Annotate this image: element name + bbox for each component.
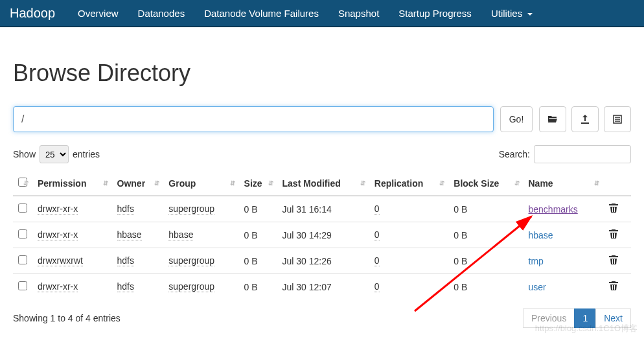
group-cell: supergroup <box>168 203 214 215</box>
nav-label: Overview <box>78 8 119 19</box>
go-button[interactable]: Go! <box>500 106 533 132</box>
blocksize-cell: 0 B <box>448 196 523 222</box>
col-actions <box>603 171 631 196</box>
sort-icon: ⇵ <box>23 181 29 185</box>
search-input[interactable] <box>534 145 631 163</box>
table-info: Showing 1 to 4 of 4 entries <box>13 313 121 323</box>
delete-button[interactable] <box>608 205 619 215</box>
row-checkbox[interactable] <box>18 229 27 238</box>
entries-label: entries <box>73 149 100 159</box>
table-row: drwxrwxrwt hdfs supergroup 0 B Jul 30 12… <box>13 248 631 274</box>
upload-icon <box>580 114 590 124</box>
page-title: Browse Directory <box>13 60 631 87</box>
replication-cell: 0 <box>374 203 380 215</box>
col-name[interactable]: Name⇵ <box>523 171 604 196</box>
search-label: Search: <box>499 149 530 159</box>
owner-cell: hdfs <box>117 203 134 215</box>
col-group[interactable]: Group⇵ <box>163 171 238 196</box>
sort-icon: ⇵ <box>154 181 159 185</box>
col-owner[interactable]: Owner⇵ <box>112 171 164 196</box>
col-permission[interactable]: Permission⇵ <box>32 171 112 196</box>
group-cell: supergroup <box>168 255 214 266</box>
navbar: Hadoop Overview Datanodes Datanode Volum… <box>0 0 644 27</box>
delete-button[interactable] <box>608 257 619 267</box>
search-box: Search: <box>499 145 631 163</box>
col-replication[interactable]: Replication⇵ <box>369 171 449 196</box>
modified-cell: Jul 30 12:07 <box>277 274 369 300</box>
table-row: drwxr-xr-x hdfs supergroup 0 B Jul 30 12… <box>13 274 631 300</box>
navbar-menu: Overview Datanodes Datanode Volume Failu… <box>68 1 542 26</box>
nav-label: Datanodes <box>138 8 185 19</box>
size-cell: 0 B <box>239 274 277 300</box>
list-icon <box>612 114 623 124</box>
table-controls: Show 25 entries Search: <box>13 145 631 163</box>
main-container: Browse Directory Go! Show 25 entries Sea… <box>0 60 644 328</box>
nav-utilities[interactable]: Utilities <box>481 1 543 26</box>
name-link[interactable]: benchmarks <box>529 204 578 215</box>
replication-cell: 0 <box>374 281 380 292</box>
name-link[interactable]: tmp <box>529 256 544 266</box>
size-cell: 0 B <box>239 248 277 274</box>
row-checkbox[interactable] <box>18 281 27 290</box>
owner-cell: hbase <box>117 229 142 240</box>
trash-icon <box>608 281 619 291</box>
path-row: Go! <box>13 106 631 132</box>
table-row: drwxr-xr-x hbase hbase 0 B Jul 30 14:29 … <box>13 222 631 248</box>
sort-icon: ⇵ <box>514 181 520 185</box>
path-input[interactable] <box>13 106 494 132</box>
show-entries: Show 25 entries <box>13 145 100 163</box>
nav-snapshot[interactable]: Snapshot <box>328 1 389 26</box>
modified-cell: Jul 30 14:29 <box>277 222 369 248</box>
nav-volume-failures[interactable]: Datanode Volume Failures <box>194 1 328 26</box>
nav-startup-progress[interactable]: Startup Progress <box>389 1 481 26</box>
size-cell: 0 B <box>239 222 277 248</box>
trash-icon <box>608 229 619 239</box>
toolbar-buttons <box>539 106 631 132</box>
modified-cell: Jul 30 12:26 <box>277 248 369 274</box>
col-size[interactable]: Size⇵ <box>239 171 277 196</box>
show-label: Show <box>13 149 36 159</box>
col-blocksize[interactable]: Block Size⇵ <box>448 171 523 196</box>
sort-icon: ⇵ <box>268 181 273 185</box>
row-checkbox[interactable] <box>18 255 27 264</box>
chevron-down-icon <box>527 13 533 16</box>
group-cell: hbase <box>168 229 193 240</box>
replication-cell: 0 <box>374 255 380 266</box>
permission-cell: drwxr-xr-x <box>38 203 78 215</box>
upload-button[interactable] <box>571 106 599 132</box>
owner-cell: hdfs <box>117 255 134 266</box>
permission-cell: drwxr-xr-x <box>38 229 78 240</box>
entries-select[interactable]: 25 <box>40 145 69 163</box>
name-link[interactable]: hbase <box>529 230 553 240</box>
col-checkbox[interactable]: ⇵ <box>13 171 32 196</box>
nav-label: Startup Progress <box>398 8 472 19</box>
new-dir-button[interactable] <box>604 106 631 132</box>
table-row: drwxr-xr-x hdfs supergroup 0 B Jul 31 16… <box>13 196 631 222</box>
trash-icon <box>608 203 619 213</box>
permission-cell: drwxr-xr-x <box>38 281 78 292</box>
owner-cell: hdfs <box>117 281 134 292</box>
col-modified[interactable]: Last Modified⇵ <box>277 171 369 196</box>
group-cell: supergroup <box>168 281 214 292</box>
parent-dir-button[interactable] <box>539 106 566 132</box>
sort-icon: ⇵ <box>594 181 599 185</box>
modified-cell: Jul 31 16:14 <box>277 196 369 222</box>
delete-button[interactable] <box>608 283 619 293</box>
size-cell: 0 B <box>239 196 277 222</box>
sort-icon: ⇵ <box>230 181 235 185</box>
watermark: https://blog.csdn.1C1O博客 <box>535 323 638 328</box>
nav-datanodes[interactable]: Datanodes <box>128 1 195 26</box>
sort-icon: ⇵ <box>439 181 444 185</box>
blocksize-cell: 0 B <box>448 248 523 274</box>
delete-button[interactable] <box>608 231 619 241</box>
sort-icon: ⇵ <box>360 181 365 185</box>
blocksize-cell: 0 B <box>448 274 523 300</box>
navbar-brand[interactable]: Hadoop <box>10 6 55 21</box>
nav-label: Datanode Volume Failures <box>204 8 319 19</box>
file-table: ⇵ Permission⇵ Owner⇵ Group⇵ Size⇵ Last M… <box>13 171 631 299</box>
permission-cell: drwxrwxrwt <box>38 255 83 266</box>
row-checkbox[interactable] <box>18 203 27 213</box>
nav-overview[interactable]: Overview <box>68 1 128 26</box>
name-link[interactable]: user <box>529 282 546 292</box>
blocksize-cell: 0 B <box>448 222 523 248</box>
